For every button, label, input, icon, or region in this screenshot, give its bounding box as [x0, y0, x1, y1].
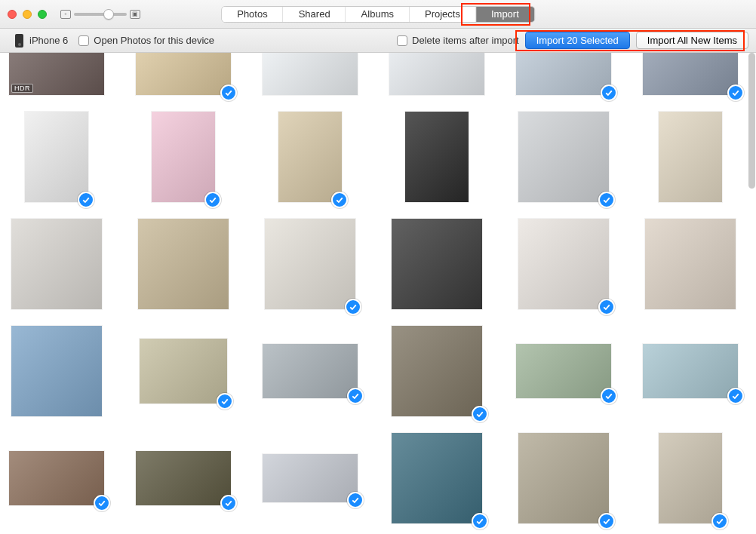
thumbnail-cell[interactable]	[512, 326, 616, 416]
selected-checkmark-icon[interactable]	[347, 492, 364, 508]
thumbnail-image[interactable]	[25, 112, 88, 202]
thumbnail-cell[interactable]	[131, 112, 235, 202]
thumbnail-cell[interactable]	[5, 219, 109, 309]
thumbnail-image[interactable]	[518, 112, 609, 202]
thumbnail-cell[interactable]	[512, 219, 616, 309]
import-all-button[interactable]: Import All New Items	[636, 32, 748, 49]
delete-after-import-checkbox[interactable]	[397, 35, 407, 46]
thumbnail-cell[interactable]	[385, 326, 489, 416]
selected-checkmark-icon[interactable]	[347, 388, 364, 404]
tab-import[interactable]: Import	[476, 7, 534, 22]
thumbnail-image[interactable]	[643, 344, 738, 398]
thumbnail-image[interactable]	[405, 112, 469, 202]
selected-checkmark-icon[interactable]	[598, 299, 615, 315]
selected-checkmark-icon[interactable]	[472, 406, 488, 422]
view-tabs: Photos Shared Albums Projects Import	[221, 6, 535, 23]
thumbnail-image[interactable]	[516, 53, 611, 95]
vertical-scrollbar[interactable]	[748, 53, 755, 189]
selected-checkmark-icon[interactable]	[345, 299, 361, 315]
thumbnail-image[interactable]	[11, 326, 102, 416]
zoom-out-icon[interactable]: ▫	[60, 10, 71, 19]
selected-checkmark-icon[interactable]	[472, 513, 488, 529]
thumbnail-image[interactable]	[11, 219, 102, 309]
thumbnail-image[interactable]	[278, 112, 342, 202]
selected-checkmark-icon[interactable]	[598, 192, 615, 208]
thumbnail-image[interactable]	[392, 219, 482, 309]
thumbnail-cell[interactable]	[638, 433, 742, 523]
thumbnail-cell[interactable]	[385, 433, 489, 523]
zoom-slider-thumb[interactable]	[103, 9, 114, 20]
thumbnail-image[interactable]	[516, 344, 611, 398]
thumbnail-cell[interactable]	[131, 433, 235, 523]
selected-checkmark-icon[interactable]	[331, 192, 348, 208]
thumbnail-cell[interactable]	[5, 433, 109, 523]
thumbnail-cell[interactable]	[5, 326, 109, 416]
selected-checkmark-icon[interactable]	[601, 388, 617, 404]
thumbnail-image[interactable]	[518, 219, 609, 309]
thumbnail-image[interactable]	[518, 433, 609, 523]
open-photos-checkbox[interactable]	[78, 35, 89, 46]
thumbnail-cell[interactable]	[258, 53, 362, 95]
thumbnail-image[interactable]	[265, 219, 355, 309]
selected-checkmark-icon[interactable]	[78, 192, 94, 208]
selected-checkmark-icon[interactable]	[94, 495, 110, 511]
maximize-window-button[interactable]	[38, 10, 47, 19]
selected-checkmark-icon[interactable]	[220, 84, 237, 101]
tab-albums[interactable]: Albums	[346, 7, 410, 22]
thumbnail-cell[interactable]	[385, 53, 489, 95]
thumbnail-cell[interactable]	[638, 53, 742, 95]
thumbnail-cell[interactable]	[258, 326, 362, 416]
thumbnail-cell[interactable]	[258, 433, 362, 523]
thumbnail-image[interactable]	[389, 53, 484, 95]
thumbnail-image[interactable]	[643, 53, 738, 95]
thumbnail-cell[interactable]	[385, 112, 489, 202]
thumbnail-cell[interactable]	[512, 112, 616, 202]
thumbnail-image[interactable]	[138, 219, 229, 309]
thumbnail-image[interactable]	[140, 339, 227, 404]
thumbnail-image[interactable]	[9, 451, 104, 505]
tab-photos[interactable]: Photos	[222, 7, 283, 22]
thumbnail-image[interactable]	[263, 344, 358, 398]
thumbnail-image[interactable]	[392, 433, 482, 523]
thumbnail-image[interactable]	[136, 53, 231, 95]
selected-checkmark-icon[interactable]	[727, 84, 744, 101]
close-window-button[interactable]	[8, 10, 17, 19]
thumbnail-cell[interactable]	[512, 433, 616, 523]
tab-shared[interactable]: Shared	[284, 7, 346, 22]
minimize-window-button[interactable]	[23, 10, 32, 19]
thumbnail-cell[interactable]	[385, 219, 489, 309]
import-selected-button[interactable]: Import 20 Selected	[525, 32, 630, 49]
thumbnail-cell[interactable]	[638, 219, 742, 309]
thumbnail-cell[interactable]	[5, 112, 109, 202]
thumbnail-cell[interactable]	[512, 53, 616, 95]
selected-checkmark-icon[interactable]	[204, 192, 221, 208]
thumbnail-grid: HDR	[5, 53, 742, 523]
thumbnail-cell[interactable]	[131, 53, 235, 95]
zoom-in-icon[interactable]: ▣	[130, 10, 140, 19]
thumbnail-cell[interactable]	[638, 112, 742, 202]
thumbnail-cell[interactable]	[131, 219, 235, 309]
thumbnail-image[interactable]	[659, 112, 722, 202]
thumbnail-image[interactable]	[263, 454, 358, 502]
thumbnail-image[interactable]	[263, 53, 358, 95]
thumbnail-image[interactable]	[136, 451, 231, 505]
thumbnail-image[interactable]: HDR	[9, 53, 104, 95]
thumbnail-cell[interactable]	[258, 112, 362, 202]
thumbnail-image[interactable]	[659, 433, 722, 523]
thumbnail-image[interactable]	[392, 326, 482, 416]
selected-checkmark-icon[interactable]	[711, 513, 728, 529]
selected-checkmark-icon[interactable]	[601, 84, 617, 101]
selected-checkmark-icon[interactable]	[217, 393, 233, 410]
thumbnail-cell[interactable]	[638, 326, 742, 416]
thumbnail-image[interactable]	[645, 219, 736, 309]
tab-projects[interactable]: Projects	[410, 7, 476, 22]
thumbnail-cell[interactable]	[131, 326, 235, 416]
selected-checkmark-icon[interactable]	[727, 388, 744, 404]
thumbnail-image[interactable]	[152, 112, 215, 202]
delete-after-import-label: Delete items after import	[412, 35, 519, 46]
zoom-slider[interactable]	[74, 13, 127, 16]
selected-checkmark-icon[interactable]	[598, 513, 615, 529]
selected-checkmark-icon[interactable]	[220, 495, 237, 511]
thumbnail-cell[interactable]: HDR	[5, 53, 109, 95]
thumbnail-cell[interactable]	[258, 219, 362, 309]
